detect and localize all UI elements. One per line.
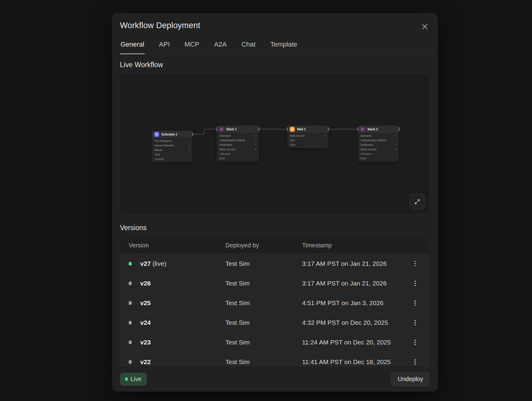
output-port [328,127,329,131]
kebab-icon [414,359,416,360]
node-field: Destination ▾ [217,142,259,147]
chevron-down-icon: ▾ [324,135,326,137]
version-name: v25 [140,299,151,306]
node-title: Slack 2 [367,128,378,131]
slack-icon [219,127,224,132]
node-field: Operation ▾ [217,133,259,138]
slack-icon [360,127,365,132]
chevron-down-icon: ▾ [395,148,396,150]
page-background: Workflow Deployment GeneralAPIMCPA2AChat… [0,0,532,401]
node-field-label: Minute [154,148,162,152]
input-port [216,127,218,131]
deployed-by-cell: Test Sim [225,339,302,346]
chevron-down-icon: ▾ [189,144,190,146]
timestamp-cell: 11:41 AM PST on Dec 18, 2025 [302,358,407,366]
node-field-label: Error [360,157,366,160]
node-field: Slack Account ▾ [217,147,259,152]
node-field: Time ▾ [152,152,192,157]
versions-heading: Versions [120,224,430,232]
timer-icon [290,127,295,132]
version-live-suffix: (live) [151,260,166,267]
node-field: Operation ▾ [358,133,399,138]
tab-label: General [121,41,144,48]
modal-header: Workflow Deployment [112,13,438,33]
version-name: v26 [140,280,151,287]
live-status-dot-icon [125,377,128,381]
deployed-by-cell: Test Sim [225,299,302,307]
workflow-node-slack1[interactable]: Slack 1 Operation ▾ Authentication Metho… [217,126,259,162]
version-status-dot-icon [129,360,132,364]
node-field: Error [358,156,399,161]
node-field-label: +26 more [360,152,371,155]
tab-mcp[interactable]: MCP [184,36,200,54]
node-field-label: Authentication Method [360,139,386,142]
versions-table: Version Deployed by Timestamp v27 (live)… [120,237,430,366]
kebab-icon [414,320,416,321]
node-field: +26 more [217,152,259,156]
expand-icon [414,198,421,205]
chevron-down-icon: ▾ [189,140,190,142]
close-button[interactable] [420,21,430,33]
node-header: Slack 2 [358,126,399,133]
versions-table-body: v27 (live) Test Sim 3:17 AM PST on Jan 2… [120,254,430,366]
input-port [357,127,359,131]
version-row[interactable]: v25 Test Sim 4:51 PM PST on Jan 3, 2026 [120,293,430,313]
row-menu-button[interactable] [407,297,424,309]
node-title: Wait 1 [297,128,306,131]
version-row[interactable]: v27 (live) Test Sim 3:17 AM PST on Jan 2… [120,254,430,273]
tab-template[interactable]: Template [270,36,298,54]
version-name: v24 [140,319,151,326]
timestamp-cell: 3:17 AM PST on Jan 21, 2026 [302,280,407,287]
node-field: Unit ▾ [287,138,328,142]
chevron-down-icon: ▾ [395,135,396,137]
chevron-down-icon: ▾ [255,148,256,150]
tab-label: Template [270,41,297,48]
version-row[interactable]: v23 Test Sim 11:24 AM PST on Dec 20, 202… [120,332,430,352]
node-field-label: Interval (Minutes) [154,144,174,147]
node-field: Error [217,156,259,161]
node-title: Schedule 1 [161,133,177,136]
version-row[interactable]: v24 Test Sim 4:32 PM PST on Dec 20, 2025 [120,313,430,332]
tab-general[interactable]: General [120,36,145,54]
tab-api[interactable]: API [158,36,170,54]
workflow-node-wait1[interactable]: Wait 1 Wait Amount ▾ Unit ▾ Error [287,126,328,148]
version-row[interactable]: v22 Test Sim 11:41 AM PST on Dec 18, 202… [120,352,430,366]
row-menu-button[interactable] [407,277,424,289]
node-field: Minute ▾ [152,148,192,152]
tab-label: Chat [241,41,255,48]
node-field-label: Slack Account [360,148,376,151]
node-field-label: Operation [219,134,231,137]
tab-label: API [159,41,169,48]
deployed-by-cell: Test Sim [225,260,302,267]
workflow-node-schedule1[interactable]: Schedule 1 Run Frequency ▾ Interval (Min… [152,131,192,162]
version-status-dot-icon [129,301,132,305]
version-status-dot-icon [129,341,132,344]
undeploy-button[interactable]: Undeploy [391,372,430,386]
row-menu-button[interactable] [407,258,424,270]
chevron-down-icon: ▾ [395,144,396,146]
workflow-deployment-modal: Workflow Deployment GeneralAPIMCPA2AChat… [112,13,438,392]
live-status-badge: Live [120,373,147,386]
node-field: +26 more [358,152,399,156]
modal-title: Workflow Deployment [120,21,200,30]
versions-table-header: Version Deployed by Timestamp [120,237,430,254]
column-header-deployed-by: Deployed by [225,242,302,249]
tab-chat[interactable]: Chat [241,36,256,54]
node-field-label: Unit [290,139,295,142]
chevron-down-icon: ▾ [255,144,256,146]
row-menu-button[interactable] [407,356,424,366]
timestamp-cell: 4:32 PM PST on Dec 20, 2025 [302,319,407,326]
row-menu-button[interactable] [407,317,424,329]
version-row[interactable]: v26 Test Sim 3:17 AM PST on Jan 21, 2026 [120,273,430,293]
version-name: v22 [140,358,151,365]
schedule-clock-icon [154,132,159,137]
chevron-down-icon: ▾ [395,139,396,141]
tab-a2a[interactable]: A2A [214,36,227,54]
node-field-label: Authentication Method [219,139,245,142]
workflow-node-slack2[interactable]: Slack 2 Operation ▾ Authentication Metho… [358,126,399,162]
node-field-label: +26 more [219,152,230,155]
node-field: Destination ▾ [358,142,399,147]
row-menu-button[interactable] [407,336,424,348]
expand-button[interactable] [409,194,425,210]
workflow-preview-canvas[interactable]: Schedule 1 Run Frequency ▾ Interval (Min… [120,73,430,214]
